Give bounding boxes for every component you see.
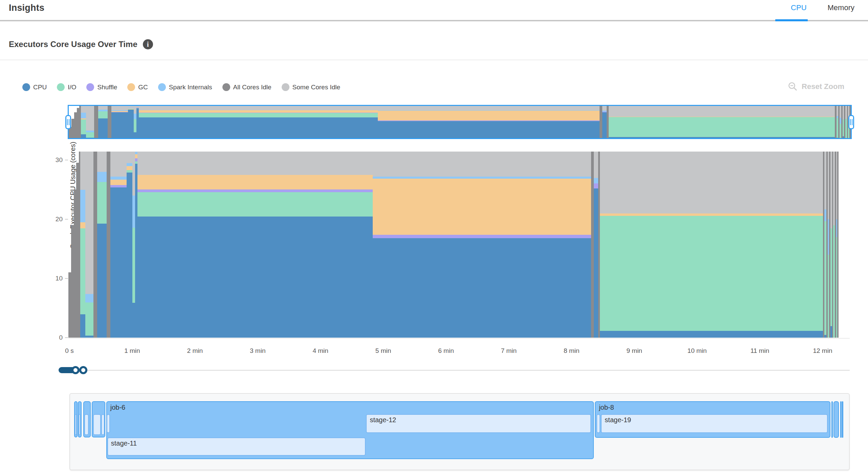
- chart-segment: [824, 335, 826, 338]
- chart-segment: [609, 106, 835, 117]
- time-slider-handle-left[interactable]: [71, 366, 80, 374]
- job-block-stripe[interactable]: [831, 401, 833, 438]
- chart-segment: [602, 106, 607, 111]
- chart-segment: [833, 225, 835, 338]
- tab-cpu[interactable]: CPU: [791, 3, 806, 12]
- time-slider-track[interactable]: [81, 370, 850, 371]
- chart-segment: [139, 110, 378, 113]
- tab-bar: CPU Memory: [791, 3, 854, 12]
- legend-item-io[interactable]: I/O: [57, 83, 76, 91]
- chart-segment: [71, 225, 73, 338]
- legend-swatch-gc: [127, 83, 135, 91]
- chart-segment: [137, 175, 373, 189]
- job-block-stripe[interactable]: [833, 401, 839, 438]
- legend-label: Some Cores Idle: [292, 84, 341, 91]
- chart-segment: [86, 132, 94, 138]
- chart-segment: [373, 177, 591, 179]
- chart-segment: [594, 152, 598, 178]
- stage-block[interactable]: [596, 414, 600, 433]
- chart-segment: [98, 106, 108, 110]
- chart-segment: [845, 106, 847, 119]
- chart-segment: [80, 222, 85, 228]
- chart-segment: [128, 106, 134, 108]
- legend-item-si[interactable]: Spark Internals: [158, 83, 212, 91]
- chart-segment: [829, 152, 830, 338]
- chart-segment: [823, 152, 825, 338]
- zoom-out-icon: [788, 82, 798, 91]
- info-icon[interactable]: i: [143, 39, 153, 49]
- chart-segment: [609, 117, 835, 137]
- chart-segment: [85, 152, 93, 294]
- chart-segment: [93, 152, 97, 338]
- job-label: job-8: [599, 404, 614, 411]
- x-axis-label: 0 s: [65, 347, 73, 355]
- stage-block[interactable]: [107, 414, 110, 433]
- chart-segment: [81, 112, 86, 118]
- y-axis-label: 10: [42, 275, 63, 282]
- chart-segment: [837, 106, 839, 116]
- chart-segment: [378, 111, 600, 120]
- navigator-left-handle[interactable]: [65, 115, 71, 129]
- chart-segment: [139, 117, 378, 138]
- chart-segment: [602, 112, 607, 138]
- job-stage-timeline: job-6stage-12stage-11job-8stage-19: [69, 393, 850, 470]
- chart-segment: [600, 213, 823, 216]
- legend-item-gc[interactable]: GC: [127, 83, 148, 91]
- navigator-chart[interactable]: [69, 106, 851, 138]
- stage-block[interactable]: [101, 414, 105, 435]
- chart-segment: [845, 119, 847, 138]
- chart-segment: [594, 178, 598, 183]
- legend-swatch-ai: [222, 83, 230, 91]
- job-block-stripe[interactable]: [842, 401, 843, 438]
- stage-block[interactable]: [79, 414, 81, 435]
- chart-segment: [86, 106, 94, 131]
- x-axis-label: 12 min: [813, 347, 832, 355]
- navigator[interactable]: [68, 105, 852, 139]
- chart-segment: [840, 106, 841, 118]
- legend-item-sh[interactable]: Shuffle: [86, 83, 117, 91]
- stage-block[interactable]: [84, 414, 89, 435]
- chart-segment: [373, 234, 591, 238]
- stage-block[interactable]: [75, 414, 77, 435]
- chart-segment: [837, 118, 839, 138]
- chart-segment: [110, 177, 127, 180]
- stage-block-stage-11[interactable]: stage-11: [107, 437, 366, 456]
- stage-block-stage-12[interactable]: stage-12: [366, 414, 591, 433]
- chart-segment: [98, 111, 108, 118]
- navigator-right-handle[interactable]: [848, 115, 854, 129]
- legend-item-cpu[interactable]: CPU: [22, 83, 47, 91]
- legend-label: I/O: [68, 84, 76, 91]
- x-axis-label: 10 min: [688, 347, 707, 355]
- chart-segment: [838, 106, 840, 138]
- tab-memory[interactable]: Memory: [828, 3, 854, 12]
- chart-segment: [836, 152, 838, 219]
- stage-block-stage-19[interactable]: stage-19: [601, 414, 828, 433]
- job-block-stripe[interactable]: [840, 401, 842, 438]
- chart-segment: [132, 227, 135, 303]
- chart-segment: [373, 238, 591, 338]
- stage-label: stage-19: [605, 416, 631, 424]
- chart-segment: [80, 152, 85, 190]
- chart-segment: [127, 152, 132, 163]
- chart-segment: [127, 172, 132, 338]
- chart-segment: [600, 106, 602, 138]
- chart-section-heading: Executors Core Usage Over Time i: [9, 39, 153, 49]
- chart-segment: [139, 106, 378, 110]
- chart-segment: [110, 187, 127, 338]
- chart-segment: [107, 152, 110, 338]
- header-divider: [0, 20, 868, 21]
- chart-segment: [132, 152, 135, 196]
- stage-block[interactable]: [93, 414, 101, 435]
- time-slider-handle-right[interactable]: [79, 366, 87, 374]
- cpu-usage-chart[interactable]: [68, 152, 839, 338]
- chart-segment: [135, 158, 137, 161]
- chart-segment: [378, 106, 600, 110]
- chart-segment: [81, 134, 86, 138]
- legend-item-ai[interactable]: All Cores Idle: [222, 83, 272, 91]
- chart-segment: [77, 108, 80, 138]
- legend-item-rest[interactable]: Some Cores Idle: [282, 83, 341, 91]
- reset-zoom-button[interactable]: Reset Zoom: [788, 82, 844, 91]
- chart-segment: [97, 172, 107, 182]
- chart-segment: [111, 112, 128, 138]
- chart-segment: [600, 331, 823, 338]
